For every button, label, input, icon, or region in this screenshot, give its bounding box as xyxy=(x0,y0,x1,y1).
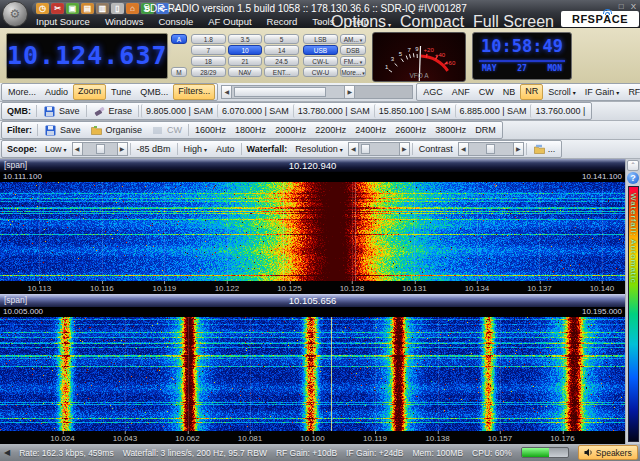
menu-3[interactable]: AF Output xyxy=(208,16,251,27)
filter-width-0[interactable]: 1600Hz xyxy=(191,123,230,137)
mode-7[interactable]: More...▾ xyxy=(340,67,366,77)
band-11[interactable]: ENT... xyxy=(264,67,299,77)
dsp-2[interactable]: CW xyxy=(475,85,498,99)
scroll-right-icon[interactable]: ▶ xyxy=(344,85,355,99)
dsp-4[interactable]: NR xyxy=(520,84,543,100)
svg-text:+40: +40 xyxy=(435,52,446,58)
waterfall-resolution-button[interactable]: Resolution▾ xyxy=(291,142,347,156)
band-9[interactable]: 28/29 xyxy=(191,67,226,77)
toolbar-3[interactable]: Tune xyxy=(107,85,135,99)
band-8[interactable]: 24.5 xyxy=(264,56,299,66)
close-button[interactable]: X xyxy=(631,2,636,11)
mode-2[interactable]: USB xyxy=(303,45,338,55)
band-4[interactable]: 10 xyxy=(228,45,263,55)
help-icon[interactable]: ? xyxy=(627,172,639,184)
dsp-3[interactable]: NB xyxy=(499,85,520,99)
resolution-slider[interactable]: ◀ ▶ xyxy=(348,142,410,156)
slider-right-icon[interactable]: ▶ xyxy=(117,142,128,156)
status-waterfall-info: Waterfall: 3 lines/s, 200 Hz, 95.7 RBW xyxy=(123,448,267,458)
tools-icon[interactable]: ✂ xyxy=(51,3,64,14)
slider-left-icon[interactable]: ◀ xyxy=(72,142,83,156)
app-logo-icon[interactable]: ⚙ xyxy=(2,1,28,27)
menu-2[interactable]: Console xyxy=(158,16,193,27)
chevron-down-icon[interactable]: ⌄ xyxy=(316,18,322,26)
filter-save-button[interactable]: Save xyxy=(40,123,85,137)
vfo-a-button[interactable]: A xyxy=(171,34,187,44)
toolbar-1[interactable]: Audio xyxy=(41,85,72,99)
qmb-memory-2[interactable]: 13.780.000 | SAM xyxy=(293,104,374,118)
toolbar-5[interactable]: Filters... xyxy=(173,84,215,100)
menu-4[interactable]: Record xyxy=(267,16,298,27)
filter-cw-button[interactable]: CW xyxy=(147,123,186,137)
dsp-0[interactable]: AGC xyxy=(419,85,447,99)
toolbar-4[interactable]: QMB... xyxy=(136,85,172,99)
mode-4[interactable]: CW-L xyxy=(303,56,338,66)
scope-auto-button[interactable]: Auto xyxy=(212,142,239,156)
filter-width-3[interactable]: 2200Hz xyxy=(311,123,350,137)
frequency-scrollbar[interactable]: ◀ ▶ xyxy=(221,85,413,99)
mode-0[interactable]: LSB xyxy=(303,34,338,44)
band-5[interactable]: 14 xyxy=(264,45,299,55)
band-0[interactable]: 1.8 xyxy=(191,34,226,44)
filter-width-7[interactable]: DRM xyxy=(471,123,500,137)
clock-icon[interactable]: ◷ xyxy=(36,3,49,14)
band-3[interactable]: 7 xyxy=(191,45,226,55)
waterfall1-display[interactable] xyxy=(0,182,625,281)
scope-low-button[interactable]: Low▾ xyxy=(41,142,71,156)
band-2[interactable]: 5 xyxy=(264,34,299,44)
maximize-button[interactable]: □ xyxy=(619,2,624,11)
mode-5[interactable]: FM...▾ xyxy=(340,56,366,66)
chevron-down-icon: ▾ xyxy=(616,90,619,96)
qmb-memory-3[interactable]: 15.850.100 | SAM xyxy=(374,104,455,118)
menu-0[interactable]: Input Source xyxy=(36,16,90,27)
qmb-erase-button[interactable]: Erase xyxy=(89,104,137,118)
scrollbar-track[interactable] xyxy=(232,85,344,99)
speakers-button[interactable]: Speakers xyxy=(578,445,638,460)
scroll-left-icon[interactable]: ◀ xyxy=(221,85,232,99)
dsp-5[interactable]: Scroll▾ xyxy=(544,85,580,99)
organise-folder-icon xyxy=(91,125,102,136)
svg-text:9: 9 xyxy=(415,46,419,52)
band-7[interactable]: 21 xyxy=(228,56,263,66)
dsp-6[interactable]: IF Gain▾ xyxy=(581,85,624,99)
filter-width-4[interactable]: 2400Hz xyxy=(351,123,390,137)
toolbar-0[interactable]: More... xyxy=(4,85,40,99)
vfo-select-group: A M xyxy=(171,34,187,77)
chevron-down-icon: ▾ xyxy=(362,70,365,76)
filter-width-1[interactable]: 1800Hz xyxy=(231,123,270,137)
vfo-m-button[interactable]: M xyxy=(171,67,187,77)
scope-high-button[interactable]: High▾ xyxy=(180,142,212,156)
qmb-memory-4[interactable]: 6.885.000 | SAM xyxy=(455,104,531,118)
mode-6[interactable]: CW-U xyxy=(303,67,338,77)
band-1[interactable]: 3.5 xyxy=(228,34,263,44)
wf2-tick-4: 10.100 xyxy=(300,434,324,443)
collapse-panel-icon[interactable]: ⌃ xyxy=(627,160,639,171)
waterfall-options-button[interactable]: ... xyxy=(529,142,560,156)
display-icon[interactable]: ▣ xyxy=(66,3,79,14)
qmb-save-button[interactable]: Save xyxy=(39,104,84,118)
mode-1[interactable]: AM...▾ xyxy=(340,34,366,44)
meter-label: VFO A xyxy=(409,72,429,79)
qmb-memory-5[interactable]: 13.760.000 | xyxy=(530,104,589,118)
status-cpu: CPU: 60% xyxy=(472,448,512,458)
filter-organise-button[interactable]: Organise xyxy=(86,123,147,137)
mode-3[interactable]: DSB xyxy=(340,45,366,55)
qmb-memory-0[interactable]: 9.805.000 | SAM xyxy=(141,104,217,118)
scope-low-slider[interactable]: ◀ ▶ xyxy=(72,142,128,156)
band-10[interactable]: NAV xyxy=(228,67,263,77)
qmb-memory-1[interactable]: 6.070.000 | SAM xyxy=(217,104,293,118)
frequency-display[interactable]: 10.124.637 xyxy=(6,33,168,79)
scrollbar-thumb[interactable] xyxy=(234,87,326,97)
toolbar-2[interactable]: Zoom xyxy=(73,84,106,100)
status-scroll-left-icon[interactable]: ◀ xyxy=(4,448,10,457)
dsp-1[interactable]: ANF xyxy=(448,85,474,99)
filter-width-6[interactable]: 3800Hz xyxy=(431,123,470,137)
filter-width-2[interactable]: 2000Hz xyxy=(271,123,310,137)
filter-width-5[interactable]: 2600Hz xyxy=(391,123,430,137)
contrast-slider[interactable]: ◀ ▶ xyxy=(458,142,524,156)
waterfall2-display[interactable] xyxy=(0,317,625,431)
menu-1[interactable]: Windows xyxy=(105,16,144,27)
band-6[interactable]: 18 xyxy=(191,56,226,66)
dsp-7[interactable]: RF Gain▾ xyxy=(624,85,640,99)
s-meter: 1 3 5 7 9 +20 +40 +60 VFO A xyxy=(372,32,466,82)
